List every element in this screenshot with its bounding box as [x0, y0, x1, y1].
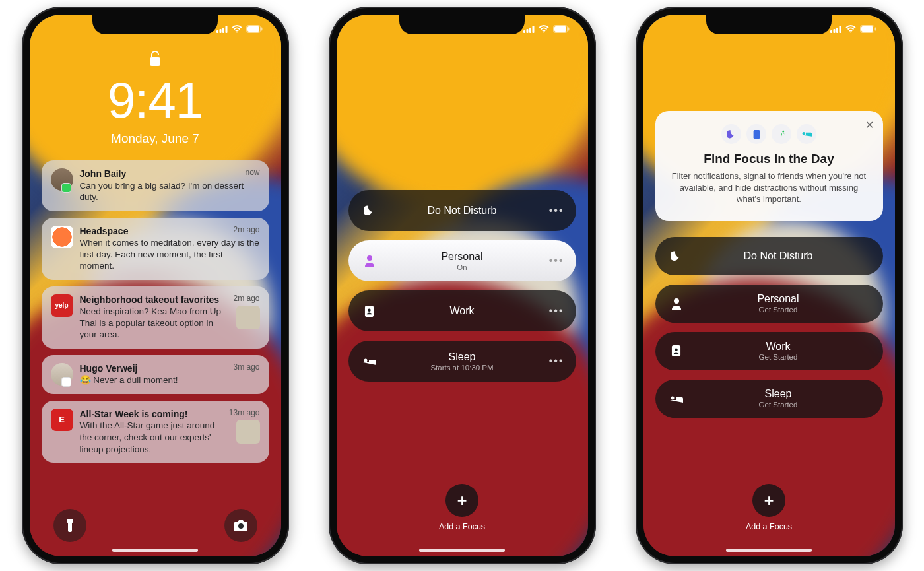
- focus-row-badge[interactable]: Work•••: [348, 290, 576, 331]
- svg-rect-21: [830, 30, 832, 33]
- focus-label: Sleep: [379, 351, 546, 363]
- app-icon: yelp: [51, 294, 73, 317]
- focus-label: Sleep: [686, 388, 871, 400]
- svg-point-14: [543, 32, 544, 33]
- focus-row-moon[interactable]: Do Not Disturb•••: [348, 190, 576, 231]
- svg-point-25: [850, 32, 851, 33]
- focus-row-person[interactable]: PersonalOn•••: [348, 240, 576, 281]
- notification-title: John Baily: [80, 168, 260, 180]
- svg-rect-12: [529, 28, 531, 33]
- notification-text: Can you bring a big salad? I'm on desser…: [80, 180, 260, 203]
- svg-rect-2: [222, 28, 224, 33]
- notification-title: All-Star Week is coming!: [80, 409, 230, 420]
- svg-rect-24: [839, 26, 841, 33]
- svg-rect-0: [216, 30, 218, 33]
- svg-point-20: [368, 308, 371, 312]
- focus-sublabel: Starts at 10:30 PM: [379, 364, 546, 372]
- intro-title: Find Focus in the Day: [704, 152, 834, 166]
- camera-button[interactable]: [224, 509, 257, 542]
- lock-time: 9:41: [42, 71, 269, 129]
- home-indicator[interactable]: [419, 549, 505, 552]
- focus-label: Do Not Disturb: [686, 250, 871, 262]
- notification-thumbnail: [236, 420, 260, 444]
- notification[interactable]: Hugo Verweij😂 Never a dull moment!3m ago: [42, 355, 269, 394]
- moon-icon: [667, 250, 686, 262]
- cell-signal-icon: [216, 26, 228, 33]
- svg-point-18: [367, 255, 372, 261]
- notification-time: 3m ago: [233, 362, 259, 372]
- badge-icon: [61, 183, 71, 193]
- moon-icon: [721, 124, 741, 144]
- running-icon: [772, 124, 791, 144]
- notification[interactable]: EAll-Star Week is coming!With the All-St…: [42, 401, 269, 463]
- svg-point-33: [675, 349, 678, 352]
- add-focus-label: Add a Focus: [746, 522, 792, 531]
- svg-rect-22: [833, 29, 835, 33]
- notification-text: When it comes to meditation, every day i…: [80, 237, 260, 272]
- add-focus-label: Add a Focus: [439, 522, 485, 531]
- focus-sublabel: On: [379, 263, 546, 271]
- svg-rect-23: [836, 28, 838, 33]
- svg-rect-29: [753, 130, 760, 139]
- svg-rect-16: [554, 26, 566, 32]
- focus-label: Work: [686, 341, 871, 353]
- add-focus-button[interactable]: +: [752, 484, 785, 517]
- svg-point-9: [238, 523, 244, 529]
- notification-title: Neighborhood takeout favorites: [80, 294, 230, 306]
- focus-row-moon[interactable]: Do Not Disturb: [655, 237, 883, 275]
- svg-rect-8: [150, 57, 160, 66]
- notification[interactable]: HeadspaceWhen it comes to meditation, ev…: [42, 218, 269, 280]
- badge-icon: [667, 345, 686, 357]
- focus-row-bed[interactable]: SleepStarts at 10:30 PM•••: [348, 341, 576, 382]
- notification-thumbnail: [236, 306, 260, 329]
- focus-label: Do Not Disturb: [379, 205, 546, 217]
- focus-label: Personal: [686, 293, 871, 305]
- focus-row-person[interactable]: PersonalGet Started: [655, 285, 883, 323]
- more-icon[interactable]: •••: [546, 205, 564, 217]
- app-icon: [51, 226, 73, 248]
- svg-rect-27: [861, 26, 873, 32]
- battery-icon: [246, 25, 263, 33]
- focus-row-bed[interactable]: SleepGet Started: [655, 380, 883, 418]
- moon-icon: [360, 205, 379, 217]
- badge-icon: [360, 305, 379, 318]
- bed-icon: [797, 124, 816, 144]
- notification-time: 2m ago: [233, 225, 259, 234]
- focus-sublabel: Get Started: [686, 401, 871, 409]
- focus-label: Personal: [379, 251, 546, 263]
- badge-icon: [61, 377, 71, 387]
- book-icon: [746, 124, 766, 144]
- person-icon: [360, 255, 379, 267]
- app-icon: E: [51, 409, 73, 431]
- notification-text: With the All-Star game just around the c…: [80, 420, 230, 455]
- svg-rect-28: [874, 28, 876, 31]
- lock-date: Monday, June 7: [42, 131, 269, 146]
- bed-icon: [667, 394, 686, 403]
- focus-row-badge[interactable]: WorkGet Started: [655, 332, 883, 370]
- svg-rect-6: [248, 26, 259, 32]
- flashlight-button[interactable]: [53, 509, 86, 542]
- svg-rect-13: [532, 26, 534, 33]
- svg-rect-3: [225, 26, 227, 33]
- close-icon[interactable]: ✕: [865, 119, 874, 131]
- svg-rect-1: [219, 29, 221, 33]
- svg-rect-17: [568, 28, 569, 31]
- notification-text: 😂 Never a dull moment!: [80, 374, 260, 386]
- add-focus-button[interactable]: +: [446, 484, 478, 517]
- notification-time: now: [245, 168, 259, 177]
- home-indicator[interactable]: [726, 549, 812, 552]
- focus-sublabel: Get Started: [686, 353, 871, 361]
- bed-icon: [360, 356, 379, 366]
- focus-sublabel: Get Started: [686, 306, 871, 314]
- svg-rect-10: [523, 30, 525, 33]
- notification[interactable]: John BailyCan you bring a big salad? I'm…: [42, 160, 269, 211]
- more-icon[interactable]: •••: [546, 355, 564, 367]
- more-icon[interactable]: •••: [546, 255, 564, 267]
- notification-time: 2m ago: [233, 294, 259, 303]
- svg-point-30: [782, 130, 784, 132]
- wifi-icon: [232, 25, 242, 33]
- notification[interactable]: yelpNeighborhood takeout favoritesNeed i…: [42, 286, 269, 349]
- svg-point-31: [674, 298, 679, 304]
- home-indicator[interactable]: [112, 549, 198, 552]
- more-icon[interactable]: •••: [546, 305, 564, 317]
